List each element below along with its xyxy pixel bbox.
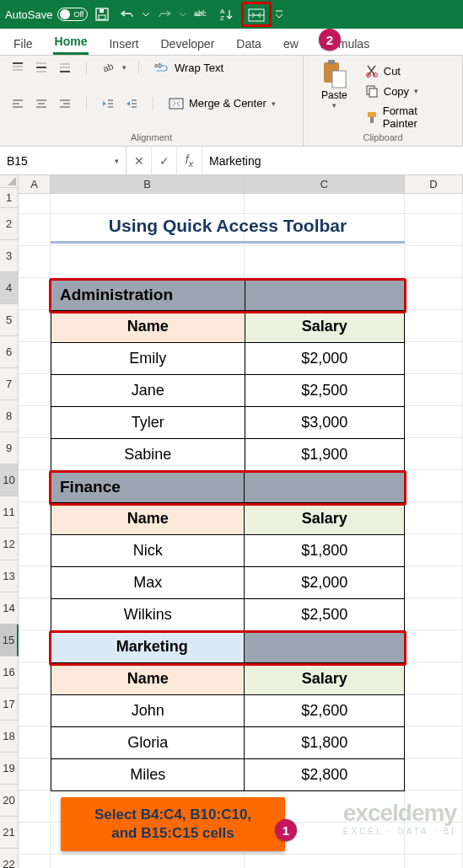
cell[interactable]: [51, 246, 245, 278]
salary-header[interactable]: Salary: [245, 311, 404, 343]
cell[interactable]: [19, 630, 51, 662]
cell[interactable]: [19, 438, 51, 470]
tab-file[interactable]: File: [12, 32, 35, 55]
row-header[interactable]: 11: [0, 496, 19, 528]
salary-header[interactable]: Salary: [245, 663, 405, 695]
cell[interactable]: [405, 374, 463, 406]
row-header[interactable]: 4: [0, 272, 19, 304]
cell[interactable]: [19, 194, 51, 214]
align-top-icon[interactable]: [8, 59, 27, 76]
tab-view-truncated[interactable]: ew: [282, 32, 300, 55]
cell[interactable]: [19, 726, 51, 758]
row-header[interactable]: 21: [0, 817, 19, 849]
cell[interactable]: [405, 630, 463, 662]
cell[interactable]: [405, 194, 463, 214]
cell[interactable]: [19, 758, 51, 790]
salary-cell[interactable]: $1,800: [245, 727, 405, 759]
row-header[interactable]: 22: [0, 849, 19, 868]
redo-icon[interactable]: [153, 3, 175, 25]
paste-button[interactable]: Paste ▾: [312, 59, 357, 110]
row-header[interactable]: 10: [0, 464, 19, 496]
align-center-icon[interactable]: [32, 95, 51, 112]
align-middle-icon[interactable]: [32, 59, 51, 76]
name-cell[interactable]: Emily: [51, 343, 245, 375]
cell[interactable]: [51, 194, 245, 214]
column-header[interactable]: D: [405, 175, 463, 194]
salary-cell[interactable]: $2,000: [245, 567, 405, 599]
row-header[interactable]: 18: [0, 721, 19, 753]
sort-icon[interactable]: AZ: [216, 3, 238, 25]
section-heading-blank[interactable]: [245, 279, 404, 311]
name-cell[interactable]: Miles: [51, 759, 245, 791]
name-cell[interactable]: Tyler: [51, 407, 245, 439]
enter-icon[interactable]: ✓: [152, 147, 177, 174]
copy-button[interactable]: Copy ▾: [362, 83, 454, 99]
name-box-input[interactable]: [7, 154, 91, 168]
cell[interactable]: [19, 374, 51, 406]
cell[interactable]: [405, 470, 463, 502]
name-header[interactable]: Name: [51, 503, 245, 535]
qat-customize-dropdown[interactable]: [275, 10, 283, 19]
row-header[interactable]: 12: [0, 528, 19, 560]
column-header[interactable]: C: [245, 175, 405, 194]
cell[interactable]: [51, 855, 245, 868]
wrap-text-button[interactable]: ab Wrap Text: [151, 59, 227, 76]
section-heading[interactable]: Marketing: [51, 631, 245, 663]
salary-cell[interactable]: $2,600: [245, 695, 405, 727]
tab-home[interactable]: Home: [53, 29, 89, 55]
format-painter-button[interactable]: Format Painter: [362, 103, 454, 131]
name-header[interactable]: Name: [51, 663, 245, 695]
section-heading-blank[interactable]: [245, 471, 405, 503]
column-header[interactable]: B: [51, 175, 245, 194]
cell[interactable]: [405, 502, 463, 534]
align-bottom-icon[interactable]: [56, 59, 74, 76]
cell[interactable]: [405, 694, 463, 726]
row-header[interactable]: 9: [0, 432, 19, 464]
increase-indent-icon[interactable]: [122, 95, 141, 112]
cell[interactable]: [19, 406, 51, 438]
cell[interactable]: [405, 566, 463, 598]
cell[interactable]: [19, 310, 51, 342]
cell[interactable]: [405, 662, 463, 694]
row-header[interactable]: 14: [0, 592, 19, 624]
name-cell[interactable]: Max: [51, 567, 245, 599]
cell[interactable]: [19, 694, 51, 726]
name-cell[interactable]: Gloria: [51, 727, 245, 759]
fx-icon[interactable]: fx: [177, 147, 202, 174]
salary-cell[interactable]: $1,900: [245, 439, 404, 471]
cell[interactable]: [245, 194, 405, 214]
spellcheck-icon[interactable]: abc: [191, 3, 213, 25]
cell[interactable]: [405, 406, 463, 438]
tab-data[interactable]: Data: [234, 32, 263, 55]
cell[interactable]: [405, 855, 463, 868]
align-left-icon[interactable]: [8, 95, 27, 112]
section-heading[interactable]: Administration: [51, 279, 245, 311]
cell[interactable]: [405, 278, 463, 310]
orientation-icon[interactable]: ab: [99, 59, 117, 76]
salary-cell[interactable]: $2,500: [245, 375, 404, 407]
cell[interactable]: [19, 246, 51, 278]
tab-insert[interactable]: Insert: [107, 32, 140, 55]
name-box-dropdown[interactable]: ▾: [115, 157, 119, 165]
cell[interactable]: [19, 855, 51, 868]
row-header[interactable]: 7: [0, 368, 19, 400]
cell[interactable]: [405, 822, 463, 855]
formula-input[interactable]: [202, 154, 463, 168]
merge-center-dropdown[interactable]: ▾: [272, 99, 276, 108]
save-icon[interactable]: [91, 3, 113, 25]
name-header[interactable]: Name: [51, 311, 245, 343]
section-heading-blank[interactable]: [245, 631, 405, 663]
row-header[interactable]: 6: [0, 336, 19, 368]
toggle-switch[interactable]: Off: [57, 8, 88, 21]
cell[interactable]: [19, 662, 51, 694]
name-cell[interactable]: John: [51, 695, 245, 727]
cell[interactable]: [405, 758, 463, 790]
name-cell[interactable]: Nick: [51, 535, 245, 567]
cell[interactable]: [405, 310, 463, 342]
redo-dropdown[interactable]: [179, 13, 187, 17]
autosave-toggle[interactable]: AutoSave Off: [5, 8, 88, 21]
row-header[interactable]: 1: [0, 188, 19, 208]
cell[interactable]: [405, 246, 463, 278]
name-cell[interactable]: Wilkins: [51, 599, 245, 631]
row-header[interactable]: 5: [0, 304, 19, 336]
